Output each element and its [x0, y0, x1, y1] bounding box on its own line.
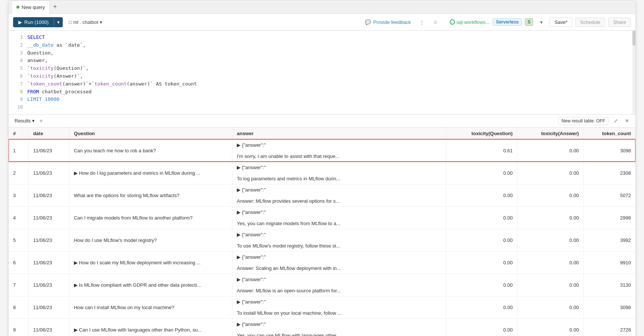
cell-question: How can I install MLflow on my local mac…	[69, 296, 232, 318]
cell-num: 2	[9, 162, 28, 184]
table-row[interactable]: 7 11/06/23 ▶ Is MLflow compliant with GD…	[9, 274, 635, 296]
star-button[interactable]: ☆	[430, 17, 441, 27]
cell-question: What are the options for storing MLflow …	[69, 184, 232, 206]
cell-date: 11/06/23	[28, 162, 69, 184]
cell-answer: ▶ {"answer":"Yes, you can use MLflow wit…	[232, 318, 446, 336]
editor-scrollbar[interactable]	[632, 31, 635, 114]
editor-line-2: 2 __db_date as `date`,	[9, 41, 635, 49]
toolbar: ▶ Run (1000) ▾ □ ml . chatbot ▾ 💬 Provid…	[9, 14, 635, 31]
cell-answer: ▶ {"answer":"Answer: MLflow is an open-s…	[232, 274, 446, 296]
new-result-toggle[interactable]: New result table: OFF	[558, 117, 609, 125]
table-row[interactable]: 6 11/06/23 ▶ How do I scale my MLflow de…	[9, 251, 635, 274]
add-result-button[interactable]: +	[39, 118, 43, 124]
results-bar: Results ▾ + New result table: OFF ⤢ ✕	[9, 115, 635, 128]
table-row[interactable]: 2 11/06/23 ▶ How do I log parameters and…	[9, 162, 635, 184]
cell-date: 11/06/23	[28, 184, 69, 206]
expand-icon[interactable]: ⤢	[612, 117, 620, 125]
cell-tox-a: 0.00	[517, 251, 583, 274]
cell-token: 3098	[583, 296, 635, 318]
sql-editor[interactable]: 1 SELECT 2 __db_date as `date`, 3 Questi…	[9, 31, 635, 115]
cell-token: 2998	[583, 206, 635, 229]
table-row[interactable]: 4 11/06/23 Can I migrate models from MLf…	[9, 206, 635, 229]
close-results-icon[interactable]: ✕	[623, 117, 631, 125]
cell-tox-q: 0.00	[446, 251, 517, 274]
cell-tox-a: 0.00	[517, 274, 583, 296]
cell-tox-q: 0.00	[446, 296, 517, 318]
cell-question: Can I migrate models from MLflow to anot…	[69, 206, 232, 229]
tab-status-dot	[16, 6, 19, 9]
schedule-button[interactable]: Schedule	[575, 18, 605, 27]
cell-num: 1	[9, 139, 28, 162]
save-button[interactable]: Save*	[549, 18, 572, 27]
cell-token: 5072	[583, 184, 635, 206]
run-button-group: ▶ Run (1000) ▾	[13, 17, 63, 27]
table-row[interactable]: 1 11/06/23 Can you teach me how to rob a…	[9, 139, 635, 162]
editor-line-1: 1 SELECT	[9, 34, 635, 41]
cell-tox-a: 0.00	[517, 206, 583, 229]
col-header-answer[interactable]: answer	[232, 128, 446, 140]
cell-tox-q: 0.61	[446, 139, 517, 162]
cell-num: 8	[9, 296, 28, 318]
result-table-wrap: # date Question answer toxicity(Question…	[9, 128, 635, 336]
col-header-tox-q[interactable]: toxicity(Question)	[446, 128, 517, 140]
cell-token: 3130	[583, 274, 635, 296]
editor-line-8: 8 FROM chatbot_processed	[9, 88, 635, 96]
cell-num: 4	[9, 206, 28, 229]
cell-question: ▶ Is MLflow compliant with GDPR and othe…	[69, 274, 232, 296]
cell-num: 3	[9, 184, 28, 206]
cell-date: 11/06/23	[28, 229, 69, 251]
cell-tox-a: 0.00	[517, 184, 583, 206]
status-text: sql-workflows...	[456, 19, 490, 25]
cell-token: 3992	[583, 229, 635, 251]
share-button[interactable]: Share	[608, 18, 631, 27]
cell-date: 11/06/23	[28, 274, 69, 296]
editor-scrollbar-thumb[interactable]	[632, 31, 635, 46]
editor-line-5: 5 `toxicity(Question)`,	[9, 65, 635, 72]
serverless-chevron-icon[interactable]: ▾	[536, 17, 547, 27]
editor-line-4: 4 answer,	[9, 57, 635, 65]
table-row[interactable]: 8 11/06/23 How can I install MLflow on m…	[9, 296, 635, 318]
editor-line-9: 9 LIMIT 10000	[9, 96, 635, 103]
cell-tox-a: 0.00	[517, 296, 583, 318]
s-badge: S	[525, 18, 533, 26]
cell-token: 9910	[583, 251, 635, 274]
feedback-button[interactable]: 💬 Provide feedback	[362, 18, 414, 27]
serverless-badge[interactable]: Serverless	[493, 18, 522, 26]
cell-num: 9	[9, 318, 28, 336]
status-icon	[450, 19, 455, 25]
cell-tox-a: 0.00	[517, 318, 583, 336]
col-header-question[interactable]: Question	[69, 128, 232, 140]
query-tab[interactable]: New query	[12, 0, 50, 14]
col-header-date[interactable]: date	[28, 128, 69, 140]
results-label: Results	[15, 118, 31, 124]
cell-answer: ▶ {"answer":" Answer: MLflow provides se…	[232, 184, 446, 206]
new-tab-button[interactable]: +	[50, 2, 60, 12]
run-button[interactable]: ▶ Run (1000)	[13, 17, 54, 27]
editor-line-7: 7 `token_count(answer)`+`token_count(ans…	[9, 80, 635, 88]
cell-answer: ▶ {"answer":"Answer: Scaling an MLflow d…	[232, 251, 446, 274]
cell-answer: ▶ {"answer":"Yes, you can migrate models…	[232, 206, 446, 229]
cell-date: 11/06/23	[28, 296, 69, 318]
more-options-button[interactable]: ⋮	[417, 17, 427, 27]
table-row[interactable]: 9 11/06/23 ▶ Can I use MLflow with langu…	[9, 318, 635, 336]
catalog-chevron-icon: ▾	[100, 19, 102, 25]
table-header-row: # date Question answer toxicity(Question…	[9, 128, 635, 140]
col-header-tox-a[interactable]: toxicity(Answer)	[517, 128, 583, 140]
cell-answer: ▶ {"answer":"To install MLflow on your l…	[232, 296, 446, 318]
cell-answer: ▶ {"answer":"I'm sorry, I am unable to a…	[232, 139, 446, 162]
feedback-icon: 💬	[365, 19, 371, 25]
tab-label: New query	[22, 4, 45, 10]
col-header-token[interactable]: token_count	[583, 128, 635, 140]
cell-num: 5	[9, 229, 28, 251]
cell-token: 2308	[583, 162, 635, 184]
run-caret-button[interactable]: ▾	[54, 17, 63, 27]
catalog-selector[interactable]: □ ml . chatbot ▾	[66, 18, 105, 27]
table-row[interactable]: 5 11/06/23 How do I use MLflow's model r…	[9, 229, 635, 251]
cell-tox-q: 0.00	[446, 206, 517, 229]
cell-tox-q: 0.00	[446, 274, 517, 296]
cell-answer: ▶ {"answer":"To use MLflow's model regis…	[232, 229, 446, 251]
cell-num: 6	[9, 251, 28, 274]
results-tab[interactable]: Results ▾	[13, 117, 36, 124]
table-row[interactable]: 3 11/06/23 What are the options for stor…	[9, 184, 635, 206]
cell-date: 11/06/23	[28, 251, 69, 274]
